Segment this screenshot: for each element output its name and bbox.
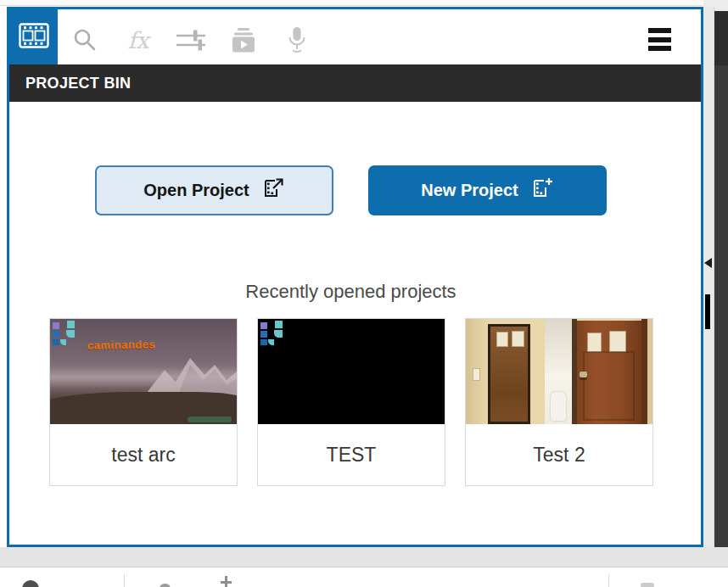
export-video-icon[interactable] [229,25,258,54]
adjacent-panel-edge-top [714,11,728,65]
project-card-test[interactable]: TEST [257,318,445,486]
toilet [551,392,566,421]
project-name: test arc [50,424,237,485]
clipped-tool-icon[interactable] [160,584,171,587]
app-logo-watermark-icon [52,320,79,346]
toolbar-divider [608,574,609,587]
open-project-film-arrow-icon [263,177,285,204]
left-triangle-icon[interactable] [704,258,712,268]
project-thumbnail-caminandes: caminandes [50,319,237,424]
thumbnail-overlay-text: caminandes [87,338,155,351]
fog-band [50,366,237,389]
panel-side-gutter [703,7,714,547]
panel-header: PROJECT BIN [9,64,701,102]
app-logo-watermark-icon [260,320,287,346]
clipped-undo-icon[interactable] [22,580,39,587]
vertical-scrollbar-thumb[interactable] [705,294,710,329]
effects-fx-icon[interactable]: fx [124,25,153,54]
project-name: Test 2 [466,424,652,485]
bottom-spacer [0,547,728,567]
project-bin-panel: fx [7,7,703,547]
new-project-label: New Project [421,181,518,200]
light-switch [473,368,480,381]
adjacent-panel-edge [714,11,728,547]
top-toolbar: fx [9,9,701,64]
wall-right [647,319,652,424]
project-name: TEST [258,424,445,485]
open-doorway [545,319,572,424]
clipped-tool-icon-right[interactable] [641,583,654,587]
door-handle [580,372,587,377]
film-strip-icon [19,23,49,52]
open-project-button[interactable]: Open Project [95,165,333,215]
project-thumbnail-black [258,319,445,424]
open-project-label: Open Project [143,181,249,200]
clipped-add-icon-bar [221,581,232,584]
search-icon[interactable] [70,25,99,54]
green-streak [188,416,232,422]
hamburger-menu-icon[interactable] [648,28,671,51]
bottom-toolbar-clipped [0,567,728,587]
project-card-test-2[interactable]: Test 2 [465,318,653,486]
toolbar-divider [124,574,125,587]
wooden-door [577,321,641,424]
new-project-film-plus-icon [532,177,554,204]
adjustment-sliders-icon[interactable] [176,25,205,54]
project-card-test-arc[interactable]: caminandes test arc [49,318,238,486]
project-thumbnail-doors [466,319,652,424]
new-project-button[interactable]: New Project [368,165,607,215]
recent-projects-title: Recently opened projects [9,281,692,303]
door-frame-right [641,319,647,424]
mirror [488,324,530,424]
window-top-strip [0,0,728,6]
tab-project-bin[interactable] [9,9,58,64]
panel-title: PROJECT BIN [9,64,701,102]
panel-body: Open Project New Project [9,102,701,545]
microphone-icon[interactable] [283,25,311,54]
